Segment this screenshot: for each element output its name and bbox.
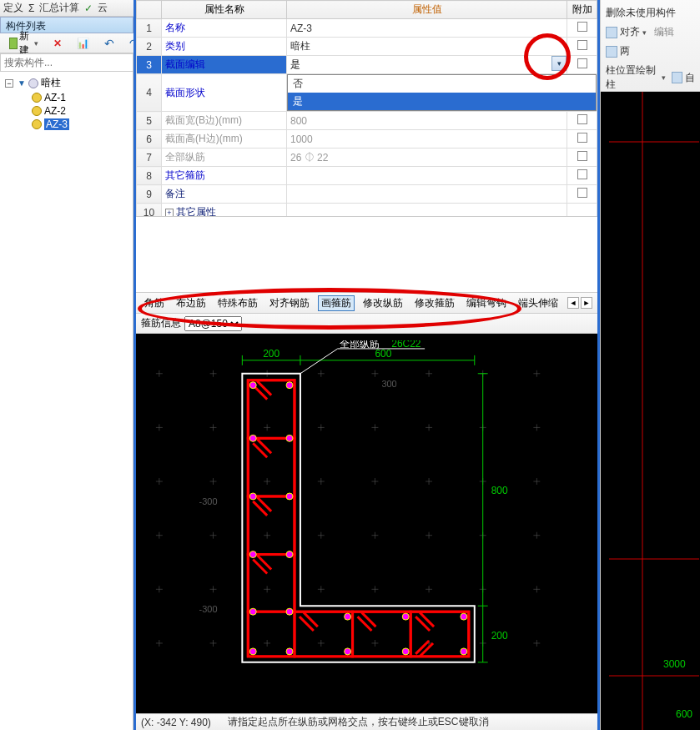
stirrup-label: 箍筋信息 [141,316,181,330]
svg-rect-122 [295,612,353,657]
coords-display: (X: -342 Y: 490) [141,717,211,728]
svg-point-143 [249,493,256,500]
new-icon [9,38,18,49]
rebar-toolbar: 角筋布边筋特殊布筋对齐钢筋画箍筋修改纵筋修改箍筋编辑弯钩端头伸缩 ◄ ► [136,292,597,314]
align-button[interactable]: 对齐 [620,25,640,39]
close-icon: ✕ [53,38,62,49]
svg-point-150 [286,648,293,655]
search-input[interactable] [1,55,133,70]
tree-item-label: AZ-1 [44,92,66,103]
component-tree[interactable]: − ▼ 暗柱 AZ-1 AZ-2 AZ-3 [0,72,133,730]
attach-checkbox[interactable] [577,114,587,124]
svg-point-145 [249,551,256,558]
attach-checkbox[interactable] [577,188,587,198]
col-rownum [137,1,162,19]
menu-define[interactable]: 定义 [3,1,23,15]
collapse-icon[interactable]: − [5,79,13,88]
delete-button[interactable]: ✕ [48,36,68,51]
property-row[interactable]: 2类别暗柱 [137,38,597,56]
place-column-button[interactable]: 柱位置绘制柱 [606,63,659,92]
property-row[interactable]: 6截面高(H边)(mm)1000 [137,130,597,149]
dropdown-button[interactable]: ▾ [551,56,567,71]
undo-button[interactable]: ↶ [98,35,120,52]
rebar-tool-0[interactable]: 角筋 [141,295,168,311]
page-prev[interactable]: ◄ [567,297,579,309]
attach-checkbox[interactable] [577,151,587,161]
property-row[interactable]: 3截面编辑▾ [137,56,597,74]
dropdown-list[interactable]: 否是 [287,74,597,111]
two-pt-icon [606,46,617,58]
attach-checkbox[interactable] [577,169,587,179]
property-grid[interactable]: 属性名称 属性值 附加 1名称AZ-32类别暗柱3截面编辑▾4截面形状否是5截面… [136,0,597,217]
tree-item-selected[interactable]: AZ-3 [2,118,131,131]
attach-checkbox[interactable] [577,40,587,50]
tree-root-label: 暗柱 [41,76,61,90]
rebar-tool-3[interactable]: 对齐钢筋 [266,295,313,311]
edit-label: 编辑 [654,25,674,39]
menu-sum[interactable]: 汇总计算 [39,1,79,15]
svg-point-139 [249,382,256,389]
svg-point-141 [249,435,256,441]
svg-point-144 [286,493,293,500]
svg-point-156 [461,648,467,655]
rebar-tool-7[interactable]: 编辑弯钩 [463,295,510,311]
rebar-tool-2[interactable]: 特殊布筋 [214,295,261,311]
property-row[interactable]: 10+其它属性 [137,204,597,218]
svg-point-140 [286,382,293,389]
two-point-button[interactable]: 两 [620,44,630,58]
property-row[interactable]: 8其它箍筋 [137,167,597,185]
svg-text:800: 800 [491,485,508,496]
left-toolbar: 新建 ▾ ✕ 📊 ↶ ↷ [0,33,133,53]
tree-item[interactable]: AZ-2 [2,104,131,118]
col-attach: 附加 [567,1,597,19]
search-box[interactable]: 🔍 [0,53,133,72]
check-icon: ✓ [84,3,93,14]
col-value: 属性值 [287,1,567,19]
rebar-tool-1[interactable]: 布边筋 [173,295,209,311]
svg-point-142 [286,435,293,441]
rebar-tool-4[interactable]: 画箍筋 [318,295,355,311]
section-canvas[interactable]: 全部纵筋 26C22 200 600 800 200 -300 300 -300 [136,334,597,713]
attach-checkbox[interactable] [577,133,587,143]
svg-text:200: 200 [491,630,508,642]
rebar-tool-8[interactable]: 端头伸缩 [515,295,562,311]
right-toolbar: 删除未使用构件 对齐 ▾ 编辑 两 柱位置绘制柱 ▾ 自 [601,0,700,92]
rebar-tool-5[interactable]: 修改纵筋 [360,295,406,311]
tree-item-label: AZ-2 [44,105,66,117]
property-row[interactable]: 9备注 [137,185,597,204]
expand-icon[interactable]: + [165,209,174,217]
svg-point-151 [345,613,351,620]
align-icon [606,27,617,38]
top-menu-bar: 定义 Σ 汇总计算 ✓ 云 [0,0,133,17]
property-row[interactable]: 5截面宽(B边)(mm)800 [137,112,597,130]
svg-text:300: 300 [381,379,396,389]
folder-icon [28,78,38,88]
property-row[interactable]: 4截面形状否是 [137,74,597,112]
delete-unused-button[interactable]: 删除未使用构件 [604,3,697,23]
right-panel: 删除未使用构件 对齐 ▾ 编辑 两 柱位置绘制柱 ▾ 自 3000 [600,0,700,730]
rebar-tool-6[interactable]: 修改箍筋 [411,295,458,311]
svg-point-148 [286,608,293,615]
page-next[interactable]: ► [581,297,592,309]
svg-text:全部纵筋: 全部纵筋 [340,340,380,350]
filter-button[interactable]: 📊 [71,36,95,51]
svg-rect-123 [353,612,411,657]
attach-checkbox[interactable] [577,58,587,68]
right-canvas[interactable]: 3000 600 [601,92,700,730]
col-name: 属性名称 [162,1,287,19]
property-row[interactable]: 1名称AZ-3 [137,19,597,38]
svg-line-106 [300,349,338,374]
tree-item[interactable]: AZ-1 [2,91,131,104]
property-row[interactable]: 7全部纵筋26 ⏀ 22 [137,149,597,167]
stirrup-combo[interactable]: A8@150 [184,316,242,331]
svg-text:200: 200 [263,348,279,360]
attach-checkbox[interactable] [577,22,587,32]
tree-root[interactable]: − ▼ 暗柱 [2,75,131,91]
section-edit-input[interactable] [290,59,550,71]
svg-point-152 [345,648,351,655]
svg-text:26C22: 26C22 [391,340,421,350]
dropdown-option[interactable]: 否 [288,75,596,93]
dropdown-option[interactable]: 是 [288,93,596,110]
menu-cloud[interactable]: 云 [98,1,108,15]
svg-point-155 [461,613,467,620]
